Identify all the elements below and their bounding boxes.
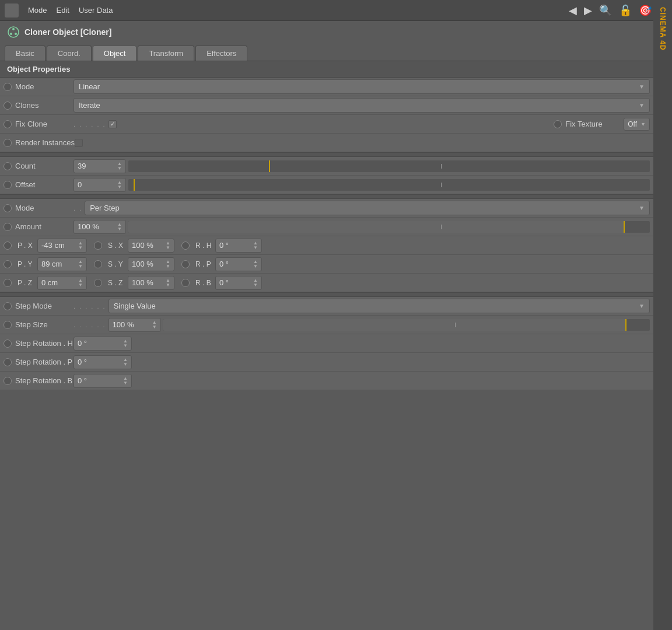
px-input[interactable]: -43 cm ▲▼ [37, 239, 87, 253]
tab-bar: Basic Coord. Object Transform Effectors [0, 43, 653, 61]
mode2-radio[interactable] [4, 204, 12, 212]
title-bar: Cloner Object [Cloner] [0, 21, 653, 43]
sy-radio[interactable] [94, 260, 102, 268]
fix-clone-checkbox[interactable]: ✓ [108, 120, 117, 128]
rb-radio[interactable] [181, 279, 190, 287]
menu-bar: Mode Edit User Data ◀ ▶ 🔍 🔓 🎯 ⊞ [0, 0, 672, 21]
mode-row: Mode Linear ▼ [0, 78, 653, 96]
rh-radio[interactable] [181, 242, 190, 250]
sz-radio[interactable] [94, 279, 102, 287]
sx-value: 100 % [132, 241, 153, 250]
amount-label: Amount [15, 222, 74, 231]
render-instances-checkbox[interactable] [75, 139, 83, 147]
search-icon[interactable]: 🔍 [599, 4, 612, 17]
offset-slider[interactable] [128, 179, 650, 191]
mode-label: Mode [15, 82, 74, 91]
step-size-spinners[interactable]: ▲▼ [152, 320, 157, 330]
count-slider-tick [441, 164, 442, 169]
menu-edit[interactable]: Edit [57, 6, 69, 15]
count-slider-marker [269, 160, 270, 172]
sz-spinners[interactable]: ▲▼ [166, 278, 170, 288]
target-icon[interactable]: 🎯 [639, 4, 652, 17]
count-radio[interactable] [4, 162, 12, 170]
sz-input[interactable]: 100 % ▲▼ [128, 276, 174, 290]
offset-spinners[interactable]: ▲▼ [117, 180, 122, 190]
amount-input[interactable]: 100 % ▲▼ [74, 220, 126, 234]
step-rot-h-radio[interactable] [4, 340, 12, 348]
px-radio[interactable] [4, 242, 12, 250]
amount-slider[interactable] [128, 221, 650, 233]
fix-texture-radio[interactable] [554, 120, 562, 128]
tab-object[interactable]: Object [93, 46, 137, 61]
px-label: P . X [18, 242, 35, 250]
step-rot-p-input[interactable]: 0 ° ▲▼ [74, 355, 132, 369]
arrow-right-icon[interactable]: ▶ [584, 4, 592, 17]
step-mode-radio[interactable] [4, 302, 12, 310]
lock-icon[interactable]: 🔓 [619, 4, 632, 17]
rp-value: 0 ° [219, 260, 229, 268]
clones-dropdown-arrow: ▼ [639, 102, 645, 108]
pz-spinners[interactable]: ▲▼ [78, 278, 83, 288]
mode-radio[interactable] [4, 83, 12, 91]
app-icon [5, 4, 19, 18]
arrow-left-icon[interactable]: ◀ [569, 4, 577, 17]
pzszrb-row: P . Z 0 cm ▲▼ S . Z 100 % ▲▼ R . B 0 ° ▲… [0, 274, 653, 292]
sidebar-strip: CINEMA 4D [653, 0, 672, 630]
rh-input[interactable]: 0 ° ▲▼ [215, 239, 262, 253]
step-size-row: Step Size . . . . . . 100 % ▲▼ [0, 316, 653, 334]
step-rot-b-radio[interactable] [4, 377, 12, 385]
step-rot-p-spinners[interactable]: ▲▼ [123, 358, 128, 367]
step-rot-h-spinners[interactable]: ▲▼ [123, 339, 128, 348]
count-input[interactable]: 39 ▲▼ [74, 159, 126, 173]
px-spinners[interactable]: ▲▼ [78, 241, 83, 250]
mode-dropdown[interactable]: Linear ▼ [74, 79, 650, 94]
menu-mode[interactable]: Mode [28, 6, 47, 15]
sy-spinners[interactable]: ▲▼ [166, 260, 170, 269]
rp-input[interactable]: 0 ° ▲▼ [215, 257, 262, 271]
py-radio[interactable] [4, 260, 12, 268]
rh-value: 0 ° [219, 241, 229, 250]
sx-radio[interactable] [94, 242, 102, 250]
step-rot-b-spinners[interactable]: ▲▼ [123, 376, 128, 386]
count-slider[interactable] [128, 160, 650, 172]
cloner-icon [7, 26, 20, 38]
pz-input[interactable]: 0 cm ▲▼ [37, 276, 87, 290]
step-size-radio[interactable] [4, 321, 12, 329]
step-rot-b-input[interactable]: 0 ° ▲▼ [74, 374, 132, 388]
py-spinners[interactable]: ▲▼ [78, 260, 83, 269]
sy-input[interactable]: 100 % ▲▼ [128, 257, 174, 271]
step-size-input[interactable]: 100 % ▲▼ [108, 318, 161, 332]
rb-input[interactable]: 0 ° ▲▼ [215, 276, 262, 290]
pxsxrh-row: P . X -43 cm ▲▼ S . X 100 % ▲▼ R . H 0 °… [0, 236, 653, 255]
clones-radio[interactable] [4, 102, 12, 110]
pz-radio[interactable] [4, 279, 12, 287]
step-mode-dropdown[interactable]: Single Value ▼ [108, 299, 650, 313]
fix-texture-dropdown[interactable]: Off ▼ [624, 118, 650, 131]
svg-point-3 [15, 33, 17, 35]
offset-input[interactable]: 0 ▲▼ [74, 178, 126, 192]
step-size-slider[interactable] [163, 319, 650, 331]
tab-transform[interactable]: Transform [138, 46, 194, 61]
sz-label: S . Z [108, 279, 125, 287]
amount-radio[interactable] [4, 223, 12, 231]
amount-spinners[interactable]: ▲▼ [117, 222, 122, 232]
rp-spinners[interactable]: ▲▼ [253, 260, 258, 269]
offset-radio[interactable] [4, 181, 12, 189]
tab-basic[interactable]: Basic [5, 46, 46, 61]
render-instances-radio[interactable] [4, 139, 12, 147]
py-input[interactable]: 89 cm ▲▼ [37, 257, 87, 271]
rp-radio[interactable] [181, 260, 190, 268]
clones-dropdown[interactable]: Iterate ▼ [74, 98, 650, 113]
step-rot-h-input[interactable]: 0 ° ▲▼ [74, 337, 132, 351]
menu-userdata[interactable]: User Data [79, 6, 113, 15]
count-spinners[interactable]: ▲▼ [117, 162, 122, 171]
sx-input[interactable]: 100 % ▲▼ [128, 239, 174, 253]
mode2-dropdown[interactable]: Per Step ▼ [85, 201, 650, 215]
rh-spinners[interactable]: ▲▼ [253, 241, 258, 250]
fix-clone-radio[interactable] [4, 120, 12, 128]
rb-spinners[interactable]: ▲▼ [253, 278, 258, 288]
tab-effectors[interactable]: Effectors [195, 46, 247, 61]
tab-coord[interactable]: Coord. [47, 46, 92, 61]
sx-spinners[interactable]: ▲▼ [166, 241, 170, 250]
step-rot-p-radio[interactable] [4, 358, 12, 366]
